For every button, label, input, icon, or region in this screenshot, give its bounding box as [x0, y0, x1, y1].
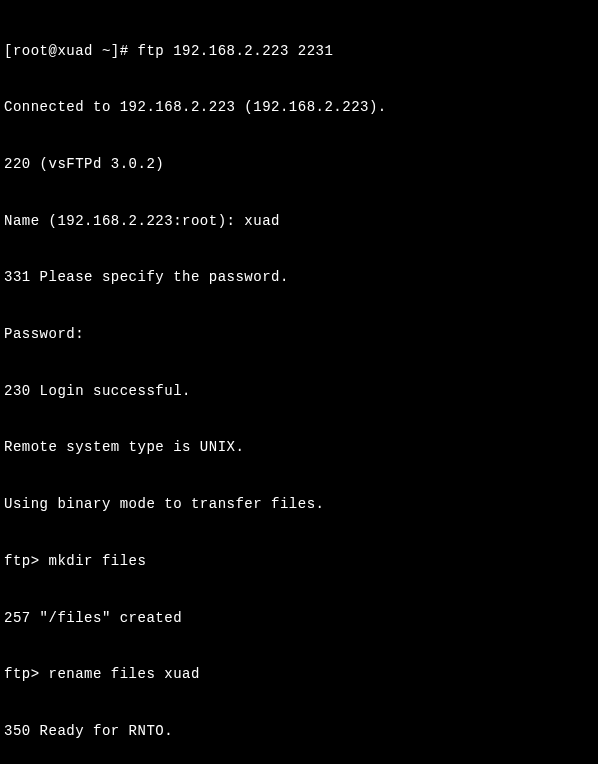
terminal-line: 257 "/files" created	[4, 609, 594, 628]
terminal-line: Remote system type is UNIX.	[4, 438, 594, 457]
terminal-line: 220 (vsFTPd 3.0.2)	[4, 155, 594, 174]
terminal-line: ftp> rename files xuad	[4, 665, 594, 684]
terminal-line: Name (192.168.2.223:root): xuad	[4, 212, 594, 231]
terminal-line: Connected to 192.168.2.223 (192.168.2.22…	[4, 98, 594, 117]
terminal-line: 350 Ready for RNTO.	[4, 722, 594, 741]
terminal-line: [root@xuad ~]# ftp 192.168.2.223 2231	[4, 42, 594, 61]
terminal-line: Password:	[4, 325, 594, 344]
terminal-window[interactable]: [root@xuad ~]# ftp 192.168.2.223 2231 Co…	[4, 4, 594, 764]
terminal-line: 230 Login successful.	[4, 382, 594, 401]
terminal-line: 331 Please specify the password.	[4, 268, 594, 287]
terminal-line: Using binary mode to transfer files.	[4, 495, 594, 514]
terminal-line: ftp> mkdir files	[4, 552, 594, 571]
